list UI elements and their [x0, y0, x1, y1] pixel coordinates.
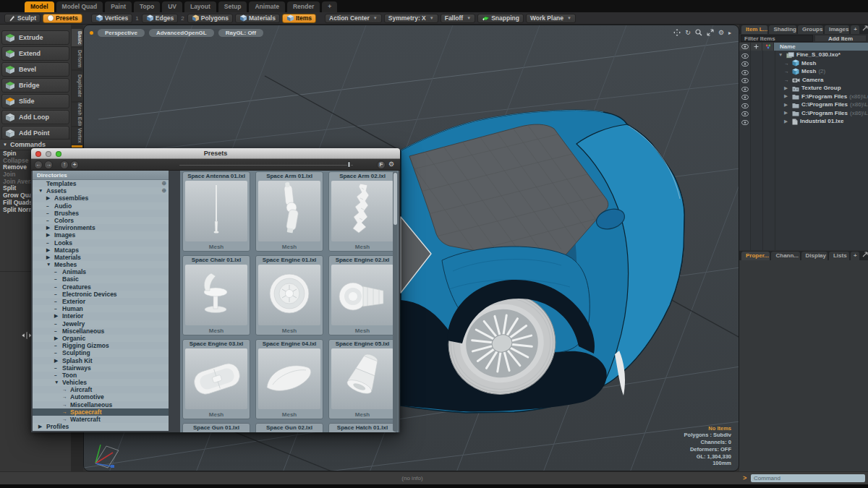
properties-tab-display[interactable]: Display — [801, 252, 827, 260]
menu-tab-model[interactable]: Model — [25, 1, 54, 12]
properties-expand-icon[interactable] — [862, 247, 868, 260]
menu-tab-animate[interactable]: Animate — [249, 1, 285, 12]
rotate-icon[interactable]: ↻ — [685, 29, 691, 36]
tree-expand-icon[interactable]: ▶ — [46, 224, 50, 231]
tool-button-bevel[interactable]: Bevel — [1, 62, 69, 77]
tree-item-templates[interactable]: Templates⊕ — [33, 180, 169, 187]
preset-card-space-engine-02-lxl[interactable]: Space Engine 02.lxlMesh — [328, 255, 396, 335]
expand-arrow-icon[interactable]: ▸ — [728, 30, 731, 36]
tree-expand-icon[interactable]: ▶ — [54, 335, 58, 342]
tree-expand-icon[interactable]: ▼ — [46, 261, 51, 268]
preset-card-space-arm-01-lxl[interactable]: Space Arm 01.lxlMesh — [255, 171, 323, 252]
tree-item-colors[interactable]: –Colors — [33, 217, 169, 224]
tree-item-watercraft[interactable]: →Watercraft — [33, 416, 169, 423]
tool-button-slide[interactable]: Slide — [1, 94, 69, 108]
polygons-mode-button[interactable]: Polygons — [187, 14, 233, 23]
action-center-button[interactable]: Action Center▼ — [325, 14, 382, 23]
items-mode-button[interactable]: Items — [282, 14, 316, 23]
tool-button-add-point[interactable]: Add Point — [1, 126, 69, 140]
menu-tab-model-quad[interactable]: Model Quad — [56, 1, 103, 12]
tree-expand-icon[interactable]: ▶ — [38, 423, 42, 430]
tree-item-assemblies[interactable]: ▶Assemblies — [33, 194, 169, 202]
properties-tab-lists[interactable]: Lists — [829, 252, 849, 260]
gear-icon[interactable]: ⚙ — [388, 160, 394, 168]
tree-expand-icon[interactable]: ▶ — [46, 254, 50, 261]
preset-card-space-hatch-01-lxl[interactable]: Space Hatch 01.lxlMesh — [328, 423, 396, 432]
sidebar-tab-basic[interactable]: Basic — [72, 29, 82, 46]
sidebar-tab-mesh-edit[interactable]: Mesh Edit — [72, 103, 82, 126]
tree-item-miscellaneous[interactable]: →Miscellaneous — [33, 401, 169, 408]
tree-expand-icon[interactable]: ▶ — [46, 194, 50, 202]
presets-button[interactable]: Presets — [43, 14, 82, 23]
preset-card-space-engine-03-lxl[interactable]: Space Engine 03.lxlMesh — [182, 339, 250, 419]
menu-tab-topo[interactable]: Topo — [134, 1, 160, 12]
item-list-tab-item-l-[interactable]: Item L... — [741, 25, 767, 34]
tree-item-human[interactable]: –Human — [33, 305, 169, 312]
directories-header[interactable]: Directories — [33, 171, 169, 180]
tool-button-extrude[interactable]: Extrude — [1, 30, 69, 45]
tree-expand-icon[interactable]: ▼ — [38, 187, 43, 194]
preset-card-space-engine-05-lxl[interactable]: Space Engine 05.lxlMesh — [328, 339, 396, 419]
properties-tab-proper-[interactable]: Proper... — [741, 252, 770, 260]
tree-item-environments[interactable]: ▶Environments — [33, 224, 169, 231]
add-path-button[interactable]: + — [70, 160, 79, 169]
tree-item-electronic-devices[interactable]: –Electronic Devices — [33, 291, 169, 298]
symmetry-button[interactable]: Symmetry: X▼ — [384, 14, 438, 23]
sidebar-tab-deform[interactable]: Deform — [72, 48, 82, 69]
minimize-button[interactable] — [46, 151, 51, 157]
sidebar-tab-vertex[interactable]: Vertex — [72, 127, 82, 145]
snapping-button[interactable]: Snapping — [477, 14, 524, 23]
materials-mode-button[interactable]: Materials — [235, 14, 280, 23]
tree-item-matcaps[interactable]: ▶Matcaps — [33, 247, 169, 254]
tree-item-rigging-gizmos[interactable]: –Rigging Gizmos — [33, 342, 169, 349]
command-input[interactable]: Command — [751, 474, 865, 482]
visibility-eye-icon[interactable] — [739, 115, 751, 128]
tree-item-brushes[interactable]: –Brushes — [33, 210, 169, 217]
menu-tab-setup[interactable]: Setup — [218, 1, 247, 12]
tree-item-toon[interactable]: –Toon — [33, 372, 169, 379]
menu-tab-uv[interactable]: UV — [162, 1, 182, 12]
properties-tab-chann-[interactable]: Chann... — [771, 252, 799, 260]
menu-tab-layout[interactable]: Layout — [184, 1, 216, 12]
viewport-raygl-button[interactable]: RayGL: Off — [218, 29, 263, 37]
maximize-icon[interactable] — [707, 29, 714, 36]
tree-item-sculpting[interactable]: –Sculpting — [33, 349, 169, 356]
tool-button-bridge[interactable]: Bridge — [1, 78, 69, 93]
back-button[interactable]: ← — [34, 160, 43, 169]
tree-item-basic[interactable]: –Basic — [33, 275, 169, 283]
tree-expand-icon[interactable]: ▶ — [46, 231, 50, 239]
tree-item-vehicles[interactable]: ▼Vehicles — [33, 379, 169, 386]
tree-item-aircraft[interactable]: →Aircraft — [33, 386, 169, 393]
preset-card-space-arm-02-lxl[interactable]: Space Arm 02.lxlMesh — [328, 171, 396, 252]
tree-item-creatures[interactable]: –Creatures — [33, 283, 169, 291]
tree-item-jewelry[interactable]: –Jewelry — [33, 320, 169, 328]
tree-item-animals[interactable]: –Animals — [33, 268, 169, 275]
zoom-button[interactable] — [56, 151, 61, 157]
item-list-tab--[interactable]: + — [851, 25, 859, 34]
tree-item-miscellaneous[interactable]: –Miscellaneous — [33, 328, 169, 335]
row-expand-icon[interactable]: ▶ — [784, 119, 790, 124]
edges-mode-button[interactable]: Edges — [142, 14, 179, 23]
tree-item-stairways[interactable]: –Stairways — [33, 364, 169, 372]
item-list-tab-images[interactable]: Images — [825, 25, 849, 34]
thumbnail-size-knob[interactable] — [347, 161, 351, 168]
tree-item-assets[interactable]: ▼Assets⊕ — [33, 187, 169, 194]
falloff-button[interactable]: Falloff▼ — [441, 14, 475, 23]
tree-item-materials[interactable]: ▶Materials — [33, 254, 169, 261]
tree-item-exterior[interactable]: –Exterior — [33, 298, 169, 305]
viewport-mode-button[interactable]: Perspective — [98, 29, 145, 37]
preset-card-space-gun-01-lxl[interactable]: Space Gun 01.lxlMesh — [182, 423, 250, 432]
item-list-expand-icon[interactable] — [862, 21, 868, 34]
preset-card-space-engine-01-lxl[interactable]: Space Engine 01.lxlMesh — [255, 255, 323, 335]
viewport-renderer-button[interactable]: AdvancedOpenGL — [149, 29, 214, 37]
up-level-button[interactable]: ↑ — [60, 160, 69, 169]
work-plane-button[interactable]: Work Plane▼ — [526, 14, 576, 23]
tree-expand-icon[interactable]: ▶ — [46, 247, 50, 254]
tool-button-extend[interactable]: Extend — [1, 46, 69, 61]
preset-card-space-chair-01-lxl[interactable]: Space Chair 01.lxlMesh — [182, 255, 250, 335]
properties-tab--[interactable]: + — [851, 252, 859, 260]
tool-button-add-loop[interactable]: Add Loop — [1, 110, 69, 124]
tree-item-profiles[interactable]: ▶Profiles — [33, 423, 169, 430]
tree-expand-icon[interactable]: ▶ — [54, 357, 58, 364]
thumbnail-size-slider[interactable] — [179, 165, 353, 166]
